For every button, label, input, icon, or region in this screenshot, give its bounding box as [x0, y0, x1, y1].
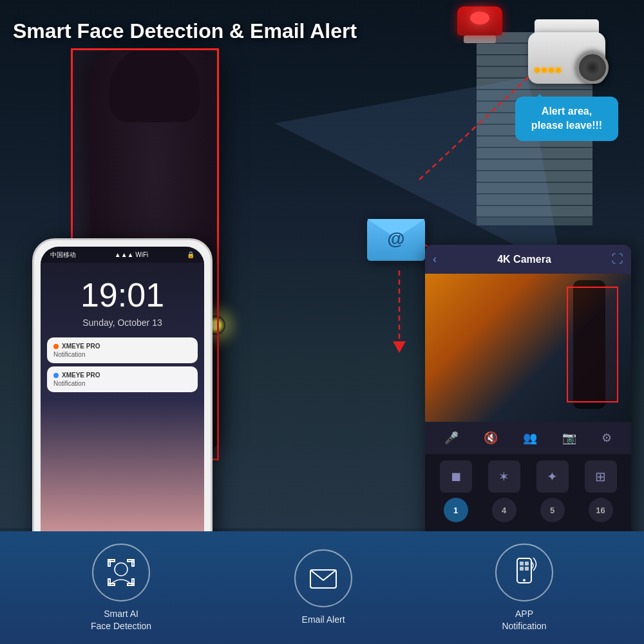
phone-mockup: 中国移动 ▲▲▲ WiFi 🔒 19:01 Sunday, October 13… [32, 238, 213, 560]
app-camera-view [425, 274, 631, 422]
email-icon: @ [367, 219, 425, 264]
page-title: Smart Face Detection & Email Alert [13, 19, 357, 43]
phone-time: 19:01 [41, 263, 204, 317]
phone-notification-2: XMEYE PRO Notification [47, 366, 198, 392]
app-ptz-row-2: 1 4 5 16 [431, 498, 625, 522]
app-header: ‹ 4K Camera ⛶ [425, 245, 631, 274]
app-page-1[interactable]: 1 [444, 498, 468, 522]
app-settings-icon[interactable]: ⚙ [601, 431, 612, 445]
app-notification-label: APPNotification [502, 608, 546, 631]
feature-email-alert: Email Alert [294, 549, 352, 625]
app-ptz-row-1: ⏹ ✶ ✦ ⊞ [431, 460, 625, 493]
app-mute-icon[interactable]: 🔇 [484, 431, 498, 445]
main-container: Smart Face Detection & Email Alert Alert… [0, 0, 644, 644]
face-detection-icon [105, 556, 137, 589]
app-snapshot-icon[interactable]: 📷 [562, 431, 576, 445]
app-ptz-grid: ⏹ ✶ ✦ ⊞ 1 4 5 16 [425, 454, 631, 534]
camera-ptz [496, 19, 612, 109]
svg-rect-7 [132, 560, 134, 566]
app-fullscreen-icon[interactable]: ⛶ [612, 252, 623, 266]
svg-rect-19 [525, 567, 529, 571]
app-ptz-record[interactable]: ⏹ [440, 460, 472, 493]
app-controls-bar: 🎤 🔇 👥 📷 ⚙ [425, 422, 631, 454]
svg-rect-18 [520, 567, 524, 571]
app-title: 4K Camera [497, 254, 551, 265]
app-ptz-zoom[interactable]: ✦ [536, 460, 569, 493]
notif-body-1: Notification [53, 351, 191, 358]
app-page-4[interactable]: 4 [492, 498, 516, 522]
email-alert-label: Email Alert [302, 614, 345, 625]
email-alert-icon [307, 562, 339, 594]
phone-notification-1: XMEYE PRO Notification [47, 337, 198, 363]
app-back-icon[interactable]: ‹ [433, 252, 437, 266]
app-notification-icon-circle [495, 544, 553, 601]
feature-face-detection: Smart AIFace Detection [91, 544, 151, 631]
notif-body-2: Notification [53, 380, 191, 387]
alert-speech-bubble: Alert area, please leave!!! [515, 97, 618, 141]
phone-carrier: 中国移动 [50, 251, 76, 260]
feature-app-notification: APPNotification [495, 544, 553, 631]
app-mic-icon[interactable]: 🎤 [444, 431, 459, 445]
app-users-icon[interactable]: 👥 [523, 431, 537, 445]
svg-rect-5 [108, 560, 110, 566]
phone-status-bar: 中国移动 ▲▲▲ WiFi 🔒 [41, 247, 204, 263]
email-alert-icon-circle [294, 549, 352, 607]
svg-rect-9 [108, 579, 110, 585]
svg-rect-16 [520, 562, 524, 565]
svg-point-12 [115, 563, 128, 576]
phone-date: Sunday, October 13 [41, 317, 204, 328]
notif-app-1: XMEYE PRO [62, 343, 100, 350]
app-ptz-move[interactable]: ✶ [488, 460, 520, 493]
svg-rect-11 [132, 579, 134, 585]
app-page-16[interactable]: 16 [589, 498, 613, 522]
app-page-5[interactable]: 5 [540, 498, 565, 522]
phone-screen: 中国移动 ▲▲▲ WiFi 🔒 19:01 Sunday, October 13… [41, 247, 204, 552]
app-notification-icon [508, 556, 540, 589]
bottom-bar: Smart AIFace Detection Email Alert [0, 531, 644, 644]
svg-rect-17 [525, 562, 529, 565]
notif-app-2: XMEYE PRO [62, 372, 100, 379]
face-detection-icon-circle [92, 544, 150, 601]
svg-point-15 [523, 579, 526, 582]
app-ptz-grid-btn[interactable]: ⊞ [585, 460, 617, 493]
phone-lock: 🔒 [187, 251, 194, 258]
face-detection-label: Smart AIFace Detection [91, 608, 151, 631]
phone-signal: ▲▲▲ WiFi [115, 251, 148, 258]
